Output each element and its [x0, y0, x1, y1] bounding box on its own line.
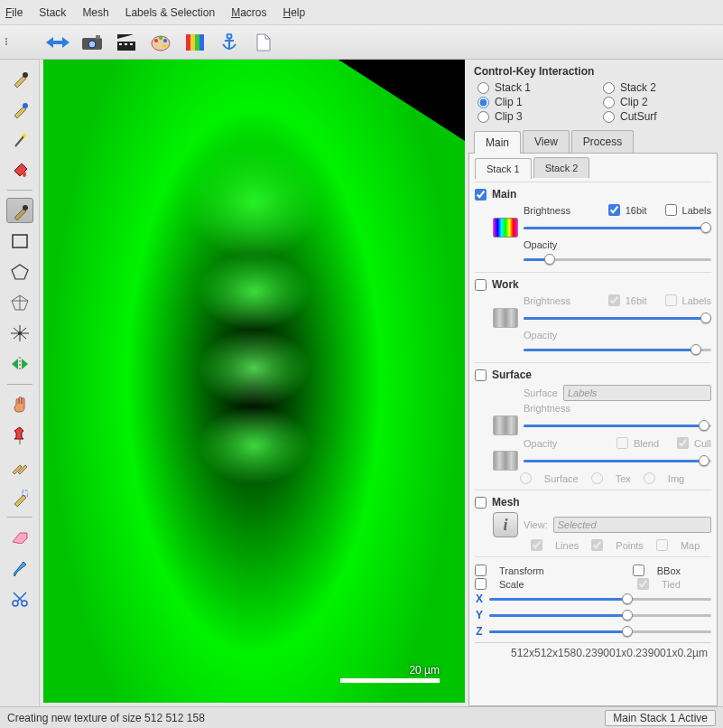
status-message: Creating new texture of size 512 512 158: [7, 712, 205, 724]
tool-picker-select[interactable]: [6, 484, 33, 509]
tool-hand[interactable]: [6, 392, 33, 417]
main-tabs: Main View Process: [468, 130, 718, 154]
svg-rect-5: [96, 35, 100, 39]
toolbar-grip[interactable]: [5, 38, 13, 45]
main-16bit-checkbox[interactable]: [608, 204, 620, 216]
surface-swatch-2: [493, 451, 518, 471]
tool-picker[interactable]: [6, 65, 33, 90]
work-opacity-slider[interactable]: [524, 342, 711, 357]
mesh-points-checkbox: [591, 539, 603, 551]
svg-marker-1: [62, 37, 70, 48]
mesh-lines-checkbox: [531, 539, 542, 551]
subtab-stack2[interactable]: Stack 2: [533, 157, 590, 178]
svg-rect-19: [199, 34, 204, 51]
radio-cutsurf[interactable]: CutSurf: [603, 110, 718, 123]
menu-macros[interactable]: Macros: [231, 6, 266, 19]
tool-picker-alt[interactable]: [6, 96, 33, 121]
tool-eraser[interactable]: [6, 525, 33, 550]
scale-checkbox[interactable]: [475, 578, 487, 590]
surface-select: Labels: [563, 385, 711, 401]
menubar: File Stack Mesh Labels & Selection Macro…: [0, 0, 723, 25]
nav-arrows-button[interactable]: [45, 30, 70, 55]
work-enable-checkbox[interactable]: [475, 279, 487, 291]
tool-wireframe[interactable]: [6, 290, 33, 315]
radio-clip1[interactable]: Clip 1: [477, 96, 592, 108]
tool-rect[interactable]: [6, 229, 33, 254]
radio-stack2[interactable]: Stack 2: [603, 81, 718, 94]
menu-file[interactable]: File: [5, 6, 23, 19]
colormap-button[interactable]: [182, 30, 208, 55]
surface-opacity-slider[interactable]: [524, 453, 711, 468]
main-colormap-swatch[interactable]: [493, 218, 518, 238]
tool-picker-multi[interactable]: [6, 453, 33, 479]
anchor-button[interactable]: [217, 30, 242, 55]
panel-footer: 512x512x1580.239001x0.239001x0.2µm: [475, 642, 711, 661]
status-active-stack: Main Stack 1 Active: [605, 710, 716, 726]
axis-y-label: Y: [475, 609, 484, 621]
svg-point-20: [227, 33, 232, 38]
clip-region: [338, 60, 465, 141]
tool-vertex[interactable]: [6, 321, 33, 346]
section-main: Main Brightness 16bit Labels Opacity: [475, 182, 711, 272]
menu-help[interactable]: Help: [283, 6, 305, 19]
surface-cull-checkbox: [677, 437, 689, 449]
new-doc-button[interactable]: [251, 30, 276, 55]
scale-bar: 20 µm: [340, 664, 440, 683]
svg-rect-9: [125, 43, 127, 45]
main-brightness-slider[interactable]: [524, 220, 711, 235]
movie-button[interactable]: [114, 30, 139, 55]
surface-brightness-slider[interactable]: [524, 418, 711, 433]
menu-mesh[interactable]: Mesh: [82, 6, 108, 19]
svg-point-23: [23, 72, 28, 78]
tool-scissors[interactable]: [6, 586, 33, 611]
separator: [7, 384, 32, 385]
subtab-stack1[interactable]: Stack 1: [475, 158, 532, 179]
tool-bucket[interactable]: [6, 157, 33, 182]
radio-clip3[interactable]: Clip 3: [477, 110, 592, 123]
tab-process[interactable]: Process: [571, 130, 634, 153]
svg-point-13: [159, 36, 162, 40]
surface-enable-checkbox[interactable]: [475, 369, 487, 381]
section-mesh: Mesh i View: Selected Lines Points Map: [475, 490, 711, 556]
section-work: Work Brightness 16bit Labels Opacity: [475, 272, 711, 362]
main-opacity-slider[interactable]: [524, 252, 711, 266]
svg-rect-10: [130, 43, 133, 45]
toolbar: [0, 25, 723, 60]
scale-y-slider[interactable]: [489, 608, 711, 622]
menu-stack[interactable]: Stack: [39, 6, 66, 19]
svg-rect-6: [117, 42, 135, 51]
radio-clip2[interactable]: Clip 2: [603, 96, 718, 108]
axis-z-label: Z: [475, 625, 484, 638]
tool-brush[interactable]: [6, 555, 33, 581]
mesh-enable-checkbox[interactable]: [475, 497, 487, 509]
scale-x-slider[interactable]: [489, 592, 711, 606]
work-brightness-slider[interactable]: [524, 311, 711, 325]
svg-rect-18: [195, 34, 199, 51]
svg-rect-8: [119, 43, 122, 45]
radio-stack1[interactable]: Stack 1: [477, 81, 592, 94]
separator: [7, 517, 32, 518]
tool-polygon[interactable]: [6, 259, 33, 285]
bbox-checkbox[interactable]: [633, 565, 644, 576]
control-key-title: Control-Key Interaction: [468, 65, 718, 78]
scale-z-slider[interactable]: [489, 624, 711, 639]
svg-rect-16: [186, 34, 190, 51]
viewport[interactable]: 20 µm: [43, 60, 465, 703]
tool-wand[interactable]: [6, 126, 33, 152]
control-key-radios: Stack 1 Stack 2 Clip 1 Clip 2 Clip 3 Cut…: [468, 81, 718, 123]
main-labels-checkbox[interactable]: [665, 204, 677, 216]
tool-flip[interactable]: [6, 351, 33, 377]
svg-marker-38: [12, 359, 18, 369]
main-brightness-label: Brightness: [524, 205, 570, 216]
rendered-volume: [43, 60, 465, 703]
menu-labels[interactable]: Labels & Selection: [125, 6, 215, 19]
palette-button[interactable]: [148, 30, 173, 55]
main-enable-checkbox[interactable]: [475, 189, 487, 201]
camera-button[interactable]: [79, 30, 105, 55]
tool-pin[interactable]: [6, 423, 33, 448]
tab-main[interactable]: Main: [474, 131, 521, 154]
tool-eyedropper[interactable]: [6, 198, 33, 223]
work-16bit-checkbox: [608, 294, 620, 306]
transform-checkbox[interactable]: [475, 565, 487, 576]
tab-view[interactable]: View: [523, 130, 570, 153]
